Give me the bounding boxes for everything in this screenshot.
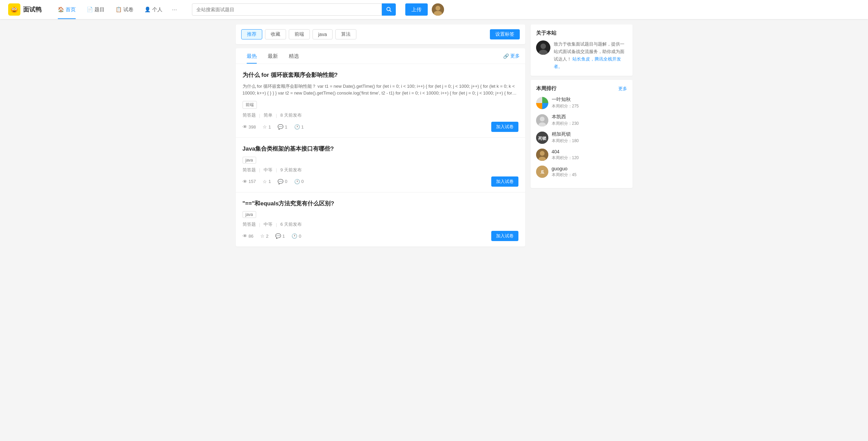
svg-point-4 <box>13 9 14 10</box>
rank-item-4: 404 本周积分：120 <box>536 149 627 161</box>
rank-name-3: 稍加死锁 <box>552 131 627 137</box>
person-icon: 👤 <box>144 6 151 13</box>
stat-comments-3: 💬 1 <box>275 233 285 239</box>
ranking-card: 本周排行 更多 一叶知秋 本周积分：275 <box>531 80 633 188</box>
stat-stars-1: ☆ 1 <box>263 124 271 130</box>
about-title: 关于本站 <box>536 30 627 36</box>
rank-avatar-2 <box>536 114 548 126</box>
rank-name-1: 一叶知秋 <box>552 97 627 103</box>
stat-stars-3: ☆ 2 <box>260 233 268 239</box>
about-card: 关于本站 致力于收集面试题目与题解，提供一站式面试备战交流服务，助你成为面试达人… <box>531 24 633 76</box>
question-meta-3: 简答题 | 中等 | 6 天前发布 <box>243 221 518 227</box>
nav-item-home[interactable]: 🏠 首页 <box>52 0 81 19</box>
tag-frontend[interactable]: 前端 <box>289 29 310 39</box>
stat-views-2: 👁 157 <box>243 179 256 184</box>
ranking-more[interactable]: 更多 <box>618 86 627 92</box>
add-to-exam-btn-2[interactable]: 加入试卷 <box>491 176 518 187</box>
rank-item-5: 瓜 guoguo 本周积分：45 <box>536 166 627 178</box>
question-tag[interactable]: java <box>243 157 256 164</box>
eye-icon: 👁 <box>243 124 247 130</box>
rank-item-1: 一叶知秋 本周积分：275 <box>536 97 627 109</box>
about-description: 致力于收集面试题目与题解，提供一站式面试备战交流服务，助你成为面试达人！ 站长鱼… <box>554 40 627 70</box>
question-tags-3: java <box>243 211 518 218</box>
question-excerpt-1: 为什么 for 循环嵌套顺序会影响性能？ var t1 = new Date()… <box>243 83 518 97</box>
stat-bookmarks-3: 🕐 0 <box>291 233 301 239</box>
nav-menu: 🏠 首页 📄 题目 📋 试卷 👤 个人 ··· <box>52 0 181 19</box>
add-to-exam-btn-3[interactable]: 加入试卷 <box>491 231 518 241</box>
set-tag-button[interactable]: 设置标签 <box>490 29 520 39</box>
tag-list: 推荐 收藏 前端 java 算法 <box>241 29 490 39</box>
rank-info-1: 一叶知秋 本周积分：275 <box>552 97 627 109</box>
rank-item-3: 死锁 稍加死锁 本周积分：180 <box>536 131 627 144</box>
tag-bar: 推荐 收藏 前端 java 算法 设置标签 <box>236 24 525 44</box>
exam-icon: 📋 <box>116 6 122 13</box>
question-tags-1: 前端 <box>243 101 518 109</box>
svg-point-21 <box>540 151 545 156</box>
question-type-1: 简答题 <box>243 112 256 118</box>
add-to-exam-btn-1[interactable]: 加入试卷 <box>491 122 518 132</box>
svg-point-1 <box>11 7 18 13</box>
question-published-3: 6 天前发布 <box>280 221 302 227</box>
tab-latest[interactable]: 最新 <box>262 48 283 64</box>
clock-icon: 🕐 <box>294 179 300 184</box>
star-icon: ☆ <box>260 233 265 239</box>
question-card-1: 为什么 for 循环嵌套顺序会影响性能? 为什么 for 循环嵌套顺序会影响性能… <box>236 64 525 138</box>
rank-avatar-1 <box>536 97 548 109</box>
ranking-title: 本周排行 <box>536 85 618 92</box>
question-tag[interactable]: 前端 <box>243 101 257 109</box>
comment-icon: 💬 <box>278 124 283 130</box>
tag-recommended[interactable]: 推荐 <box>241 29 262 39</box>
rank-name-2: 本凯西 <box>552 114 627 120</box>
nav-more-button[interactable]: ··· <box>168 0 181 19</box>
link-icon: 🔗 <box>503 53 509 59</box>
svg-point-9 <box>436 6 440 11</box>
upload-button[interactable]: 上传 <box>405 3 428 16</box>
rank-score-3: 本周积分：180 <box>552 138 627 144</box>
stat-comments-2: 💬 0 <box>278 179 287 184</box>
nav-item-personal[interactable]: 👤 个人 <box>139 0 168 19</box>
avatar-image <box>432 3 444 16</box>
tag-java[interactable]: java <box>313 29 333 39</box>
content-left: 推荐 收藏 前端 java 算法 设置标签 最热 最新 精选 🔗 更多 为什么 <box>236 24 525 247</box>
question-type-3: 简答题 <box>243 221 256 227</box>
stat-views-1: 👁 398 <box>243 124 256 130</box>
svg-point-5 <box>15 9 16 10</box>
logo[interactable]: 面试鸭 <box>8 3 41 16</box>
clock-icon: 🕐 <box>294 124 300 130</box>
question-title-3[interactable]: "=="和equals方法究竟有什么区别? <box>243 199 518 208</box>
eye-icon: 👁 <box>243 233 247 239</box>
rank-score-4: 本周积分：120 <box>552 155 627 161</box>
tag-algorithm[interactable]: 算法 <box>335 29 356 39</box>
about-avatar-img <box>536 40 550 55</box>
tag-favorites[interactable]: 收藏 <box>265 29 286 39</box>
rank-pie-icon <box>536 97 548 109</box>
rank-score-2: 本周积分：230 <box>552 121 627 126</box>
rank-name-5: guoguo <box>552 166 627 171</box>
search-input[interactable] <box>192 3 382 16</box>
rank-info-2: 本凯西 本周积分：230 <box>552 114 627 126</box>
question-title-1[interactable]: 为什么 for 循环嵌套顺序会影响性能? <box>243 71 518 80</box>
tab-hot[interactable]: 最热 <box>241 48 262 64</box>
home-icon: 🏠 <box>58 6 64 13</box>
feed-more-link[interactable]: 🔗 更多 <box>503 53 520 59</box>
search-button[interactable] <box>382 3 396 16</box>
feed-tabs: 最热 最新 精选 🔗 更多 <box>236 48 525 64</box>
stat-bookmarks-2: 🕐 0 <box>294 179 304 184</box>
avatar[interactable] <box>432 3 444 16</box>
rank-score-1: 本周积分：275 <box>552 103 627 109</box>
question-type-2: 简答题 <box>243 167 256 173</box>
nav-item-questions[interactable]: 📄 题目 <box>81 0 110 19</box>
svg-text:死锁: 死锁 <box>538 136 547 141</box>
nav-item-exams[interactable]: 📋 试卷 <box>110 0 139 19</box>
logo-text: 面试鸭 <box>23 5 41 14</box>
rank-avatar-5: 瓜 <box>536 166 548 178</box>
search-bar <box>192 3 396 16</box>
question-tag[interactable]: java <box>243 211 256 218</box>
about-content: 致力于收集面试题目与题解，提供一站式面试备战交流服务，助你成为面试达人！ 站长鱼… <box>536 40 627 70</box>
tab-selected[interactable]: 精选 <box>283 48 304 64</box>
rank-info-3: 稍加死锁 本周积分：180 <box>552 131 627 144</box>
question-title-2[interactable]: Java集合类框架的基本接口有哪些? <box>243 145 518 153</box>
question-tags-2: java <box>243 157 518 164</box>
rank-avatar-3: 死锁 <box>536 132 548 144</box>
navbar-actions: 上传 <box>405 3 444 16</box>
